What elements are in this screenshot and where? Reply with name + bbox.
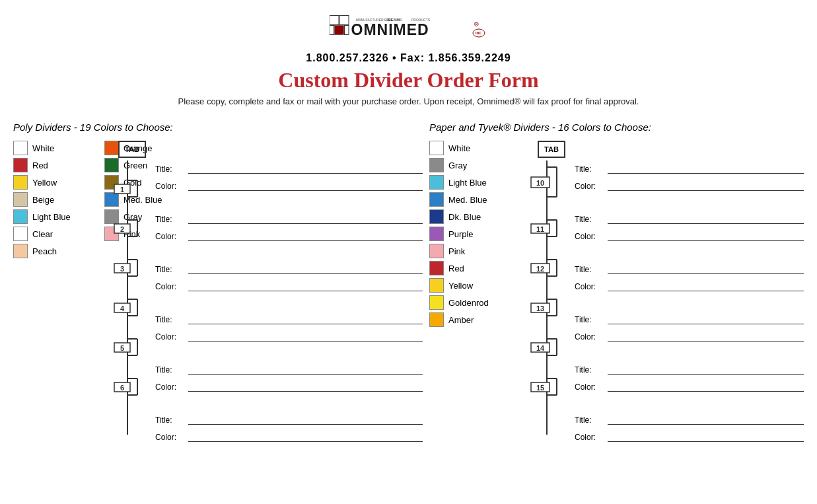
poly-color-label-4: Color: [155,332,188,342]
color-item-amber: Amber [429,312,522,327]
page-header: OMNIMED ® MANUFACTURERS OF ≡BEAM≡ PRODUC… [0,0,817,122]
paper-color-line-15[interactable] [608,430,804,442]
color-item-gray-paper: Gray [429,158,522,172]
paper-title-line-11[interactable] [608,212,804,224]
logo-area: OMNIMED ® MANUFACTURERS OF ≡BEAM≡ PRODUC… [0,7,817,50]
paper-color-line-10[interactable] [608,179,804,191]
svg-text:6: 6 [120,384,124,392]
poly-color-line-2[interactable] [188,229,423,241]
poly-title-label-3: Title: [155,265,188,274]
svg-text:10: 10 [536,179,544,187]
poly-color-palette: White Orange Red Green [13,141,109,258]
swatch-yellow-paper [429,278,444,293]
color-item-purple: Purple [429,227,522,241]
paper-color-palette: White Gray Light Blue Med. [429,141,532,327]
swatch-beige [13,192,28,207]
phone-fax: 1.800.257.2326 • Fax: 1.856.359.2249 [0,52,817,64]
color-label-white-paper: White [448,143,470,153]
svg-text:2: 2 [120,225,124,233]
paper-color-line-11[interactable] [608,229,804,241]
paper-color-line-13[interactable] [608,330,804,342]
svg-text:15: 15 [536,384,544,392]
paper-title-label-11: Title: [575,215,608,224]
paper-title-line-13[interactable] [608,312,804,324]
svg-text:≡BEAM≡: ≡BEAM≡ [386,18,402,22]
poly-color-label-3: Color: [155,282,188,291]
color-label-yellow-poly: Yellow [32,178,57,188]
swatch-med-blue-paper [429,192,444,207]
swatch-goldenrod [429,295,444,310]
color-label-dk-blue: Dk. Blue [448,212,481,222]
color-label-clear: Clear [32,229,53,239]
poly-title-line-4[interactable] [188,312,423,324]
paper-color-label-14: Color: [575,382,608,392]
swatch-red-paper [429,261,444,275]
paper-title-label-12: Title: [575,265,608,274]
poly-color-line-5[interactable] [188,380,423,392]
color-item-light-blue-poly: Light Blue [13,209,99,224]
color-label-light-blue-paper: Light Blue [448,178,487,188]
form-title: Custom Divider Order Form [0,68,817,92]
svg-text:INC.: INC. [476,31,483,35]
swatch-light-blue-paper [429,175,444,190]
swatch-red-poly [13,158,28,172]
poly-title-label-2: Title: [155,215,188,224]
poly-title-label-6: Title: [155,415,188,425]
poly-color-line-3[interactable] [188,279,423,291]
poly-title-line-1[interactable] [188,162,423,174]
paper-color-line-12[interactable] [608,279,804,291]
swatch-peach [13,244,28,258]
paper-title-line-15[interactable] [608,413,804,425]
paper-title-line-12[interactable] [608,262,804,274]
color-label-amber: Amber [448,315,474,325]
color-item-dk-blue: Dk. Blue [429,209,522,224]
svg-rect-0 [330,16,339,25]
swatch-gray-paper [429,158,444,172]
swatch-yellow-poly [13,175,28,190]
svg-rect-1 [339,16,349,25]
poly-color-label-6: Color: [155,433,188,442]
poly-title-label-1: Title: [155,164,188,174]
poly-title-label-5: Title: [155,365,188,375]
poly-title-line-2[interactable] [188,212,423,224]
color-label-white: White [32,143,54,153]
poly-tab-label: TAB [118,141,146,158]
paper-color-label-11: Color: [575,232,608,241]
poly-color-line-6[interactable] [188,430,423,442]
poly-title-line-5[interactable] [188,363,423,375]
paper-title-label-13: Title: [575,315,608,324]
svg-text:1: 1 [120,186,124,194]
paper-color-label-12: Color: [575,282,608,291]
svg-rect-2 [334,26,343,35]
swatch-amber [429,312,444,327]
paper-section-title: Paper and Tyvek® Dividers - 16 Colors to… [429,122,804,133]
svg-text:12: 12 [536,265,544,273]
color-item-light-blue-paper: Light Blue [429,175,522,190]
svg-text:PRODUCTS: PRODUCTS [411,18,431,22]
svg-rect-3 [330,26,334,35]
paper-color-line-14[interactable] [608,380,804,392]
poly-title-line-6[interactable] [188,413,423,425]
svg-text:OMNIMED: OMNIMED [351,21,429,38]
color-label-red-poly: Red [32,161,48,170]
poly-section-title: Poly Dividers - 19 Colors to Choose: [13,122,423,133]
paper-title-label-15: Title: [575,415,608,425]
color-item-white-paper: White [429,141,522,155]
color-item-red-paper: Red [429,261,522,275]
paper-title-line-14[interactable] [608,363,804,375]
paper-title-line-10[interactable] [608,162,804,174]
color-item-yellow-poly: Yellow [13,175,99,190]
poly-dividers-section: Poly Dividers - 19 Colors to Choose: Whi… [13,122,423,463]
poly-color-label-1: Color: [155,182,188,191]
paper-form-lines: Title: Color: Title: [575,141,804,463]
svg-text:14: 14 [536,344,544,352]
paper-tab-label: TAB [538,141,565,158]
poly-color-line-4[interactable] [188,330,423,342]
color-label-peach: Peach [32,246,57,256]
poly-title-line-3[interactable] [188,262,423,274]
color-item-beige: Beige [13,192,99,207]
poly-color-line-1[interactable] [188,179,423,191]
color-label-yellow-paper: Yellow [448,281,473,291]
color-item-red-poly: Red [13,158,99,172]
svg-text:3: 3 [120,265,124,273]
